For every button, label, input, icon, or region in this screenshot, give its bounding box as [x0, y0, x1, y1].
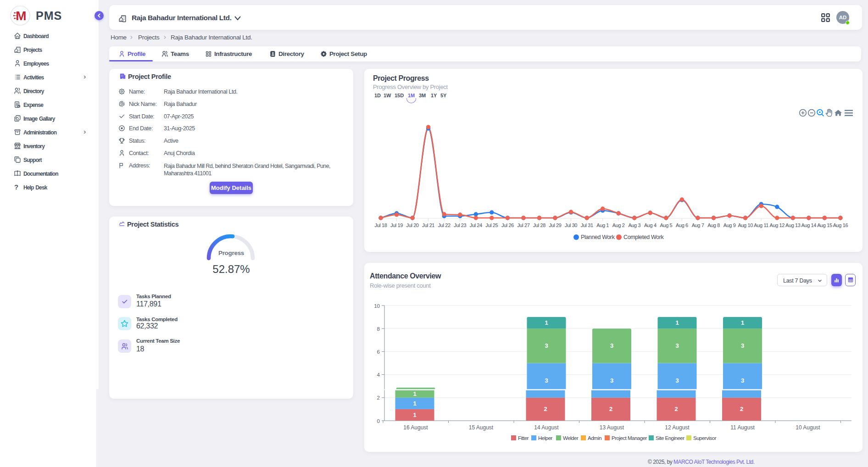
svg-text:12 August: 12 August: [665, 424, 690, 431]
svg-text:Aug 13: Aug 13: [785, 222, 801, 228]
svg-text:Aug 4: Aug 4: [644, 222, 657, 228]
svg-text:Aug 10: Aug 10: [738, 222, 753, 228]
svg-text:Jul 31: Jul 31: [581, 222, 593, 228]
svg-text:3: 3: [675, 377, 679, 384]
svg-text:6: 6: [377, 349, 380, 355]
svg-text:15 August: 15 August: [469, 424, 494, 431]
svg-text:2: 2: [377, 395, 380, 400]
svg-text:Jul 22: Jul 22: [438, 222, 451, 228]
svg-text:1: 1: [413, 390, 416, 397]
svg-text:Aug 12: Aug 12: [770, 222, 785, 228]
svg-text:Aug 7: Aug 7: [692, 222, 704, 228]
svg-text:4: 4: [377, 372, 380, 378]
svg-text:0: 0: [377, 418, 380, 424]
svg-text:Jul 26: Jul 26: [501, 222, 514, 228]
svg-text:2: 2: [609, 406, 612, 412]
svg-text:3: 3: [741, 377, 744, 384]
svg-text:Supervisor: Supervisor: [693, 435, 717, 441]
svg-text:10: 10: [374, 303, 380, 309]
svg-text:10 August: 10 August: [796, 424, 820, 431]
svg-text:2: 2: [544, 406, 547, 412]
svg-text:Jul 30: Jul 30: [565, 222, 577, 228]
svg-text:Project Manager: Project Manager: [612, 435, 647, 441]
svg-text:3: 3: [741, 342, 744, 349]
svg-text:Aug 8: Aug 8: [707, 222, 720, 228]
svg-text:1: 1: [413, 400, 416, 407]
svg-text:Fitter: Fitter: [518, 435, 529, 441]
svg-text:3: 3: [545, 342, 548, 349]
svg-text:Jul 29: Jul 29: [549, 222, 562, 228]
svg-text:Aug 14: Aug 14: [801, 222, 817, 228]
svg-text:Jul 24: Jul 24: [470, 222, 482, 228]
svg-text:Welder: Welder: [563, 435, 579, 441]
svg-text:Jul 27: Jul 27: [517, 222, 530, 228]
svg-text:Aug 1: Aug 1: [596, 222, 609, 228]
svg-text:Jul 18: Jul 18: [375, 222, 387, 228]
svg-text:1: 1: [741, 319, 744, 326]
svg-text:Jul 25: Jul 25: [485, 222, 498, 228]
svg-text:8: 8: [377, 326, 380, 332]
svg-text:Helper: Helper: [538, 435, 553, 441]
svg-text:2: 2: [740, 406, 743, 412]
svg-text:M: M: [16, 9, 26, 23]
svg-text:Aug 11: Aug 11: [754, 222, 768, 228]
svg-text:3: 3: [610, 342, 613, 349]
svg-text:13 August: 13 August: [600, 424, 624, 431]
svg-text:1: 1: [413, 411, 416, 418]
svg-text:14 August: 14 August: [534, 424, 559, 431]
svg-text:Aug 6: Aug 6: [676, 222, 688, 228]
svg-text:1: 1: [545, 319, 548, 326]
svg-text:Aug 2: Aug 2: [612, 222, 625, 228]
svg-text:Site Engineer: Site Engineer: [656, 435, 684, 441]
svg-text:Jul 20: Jul 20: [406, 222, 419, 228]
svg-text:2: 2: [674, 406, 678, 412]
svg-text:Aug 9: Aug 9: [723, 222, 736, 228]
svg-text:11 August: 11 August: [730, 424, 755, 431]
svg-text:Jul 23: Jul 23: [454, 222, 466, 228]
svg-text:1: 1: [675, 319, 679, 326]
svg-text:Admin: Admin: [588, 435, 601, 441]
svg-text:Aug 3: Aug 3: [628, 222, 640, 228]
svg-text:16 August: 16 August: [403, 424, 428, 431]
svg-text:Aug 5: Aug 5: [660, 222, 673, 228]
svg-text:Aug 15: Aug 15: [817, 222, 832, 228]
svg-text:Jul 21: Jul 21: [422, 222, 434, 228]
svg-text:3: 3: [545, 377, 548, 384]
svg-text:Jul 28: Jul 28: [533, 222, 545, 228]
svg-text:3: 3: [675, 342, 679, 349]
svg-text:Jul 19: Jul 19: [390, 222, 403, 228]
svg-text:Aug 16: Aug 16: [833, 222, 848, 228]
svg-text:3: 3: [610, 377, 613, 384]
